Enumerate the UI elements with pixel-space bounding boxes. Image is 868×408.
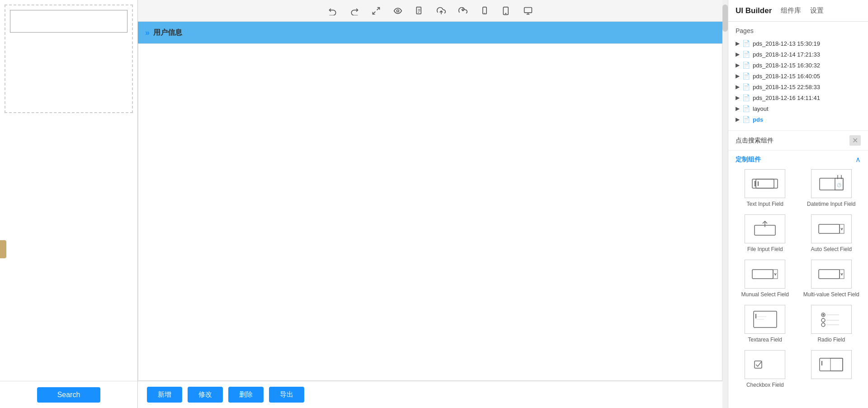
ui-builder-title: UI Builder	[736, 6, 772, 15]
page-file-icon: 📄	[742, 62, 750, 69]
auto-select-field-component[interactable]: Auto Select Field	[802, 214, 861, 252]
page-item-pds[interactable]: ▶ 📄 pds	[736, 114, 861, 125]
page-item-label: pds_2018-12-14 17:21:33	[753, 51, 820, 58]
file-input-icon-box	[745, 214, 785, 243]
page-arrow-icon: ▶	[736, 73, 740, 79]
svg-point-43	[821, 323, 825, 327]
bottom-action-bar: 新增 修改 删除 导出	[138, 381, 722, 408]
tablet-icon[interactable]	[500, 5, 513, 17]
left-panel: Search	[0, 0, 138, 408]
svg-rect-46	[820, 358, 843, 371]
checkbox-field-component[interactable]: Checkbox Field	[736, 350, 795, 388]
search-components-bar[interactable]: 点击搜索组件 ✕	[728, 131, 868, 151]
center-scrollbar[interactable]	[722, 0, 728, 408]
svg-rect-13	[524, 7, 532, 13]
textarea-icon-box	[745, 305, 785, 334]
canvas-area[interactable]	[138, 43, 722, 381]
page-arrow-icon: ▶	[736, 62, 740, 68]
close-search-button[interactable]: ✕	[849, 135, 861, 146]
checkbox-label: Checkbox Field	[746, 382, 784, 388]
page-file-icon: 📄	[742, 40, 750, 47]
svg-rect-32	[819, 270, 840, 279]
unknown-icon-box	[811, 350, 852, 379]
document-icon[interactable]	[413, 5, 426, 17]
svg-rect-19	[756, 179, 774, 188]
datetime-label: Datetime Input Field	[807, 201, 855, 207]
manual-select-field-component[interactable]: Munual Select Field	[736, 260, 795, 298]
page-item[interactable]: ▶ 📄 pds_2018-12-15 22:58:33	[736, 81, 861, 92]
page-item[interactable]: ▶ 📄 pds_2018-12-15 16:30:32	[736, 60, 861, 71]
manual-select-label: Munual Select Field	[741, 291, 789, 298]
page-arrow-icon: ▶	[736, 105, 740, 112]
page-arrow-icon: ▶	[736, 40, 740, 47]
svg-point-41	[821, 318, 825, 322]
svg-rect-31	[773, 270, 778, 279]
svg-line-0	[377, 7, 379, 10]
svg-line-1	[373, 11, 375, 14]
multi-value-select-field-component[interactable]: Multi-value Select Field	[802, 260, 861, 298]
left-content-area	[0, 118, 137, 381]
page-file-icon: 📄	[742, 105, 750, 112]
page-file-icon: 📄	[742, 116, 750, 123]
edit-button[interactable]: 修改	[188, 387, 223, 403]
checkbox-icon-box	[745, 350, 785, 379]
page-item[interactable]: ▶ 📄 pds_2018-12-16 14:11:41	[736, 92, 861, 103]
multi-value-select-icon-box	[811, 260, 852, 289]
search-button[interactable]: Search	[37, 387, 100, 403]
text-input-icon-box: I	[745, 169, 785, 198]
toolbar	[138, 0, 722, 22]
textarea-field-component[interactable]: Textarea Field	[736, 305, 795, 343]
datetime-input-field-component[interactable]: 🕐 Datetime Input Field	[802, 169, 861, 207]
text-input-label: Text Input Field	[747, 201, 783, 207]
export-button[interactable]: 导出	[269, 387, 304, 403]
page-item[interactable]: ▶ 📄 pds_2018-12-15 16:40:05	[736, 71, 861, 81]
svg-rect-29	[840, 224, 844, 233]
redo-icon[interactable]	[348, 5, 361, 17]
page-arrow-icon: ▶	[736, 84, 740, 90]
page-arrow-icon: ▶	[736, 116, 740, 123]
radio-field-component[interactable]: Radio Field	[802, 305, 861, 343]
page-header-arrow: »	[145, 28, 150, 38]
search-components-text[interactable]: 点击搜索组件	[736, 137, 774, 145]
page-file-icon: 📄	[742, 94, 750, 101]
custom-components-section: 定制组件 ∧ I Text Input Field	[728, 151, 868, 393]
page-item[interactable]: ▶ 📄 pds_2018-12-14 17:21:33	[736, 49, 861, 60]
datetime-icon-box: 🕐	[811, 169, 852, 198]
mobile-icon[interactable]	[478, 5, 491, 17]
page-item-label: pds_2018-12-15 16:30:32	[753, 62, 820, 69]
undo-icon[interactable]	[326, 5, 339, 17]
auto-select-label: Auto Select Field	[811, 246, 852, 252]
pages-title: Pages	[736, 27, 861, 34]
preview-icon[interactable]	[392, 5, 404, 17]
download-icon[interactable]	[457, 5, 469, 17]
collapse-icon[interactable]: ∧	[855, 155, 861, 164]
delete-button[interactable]: 删除	[228, 387, 264, 403]
file-input-field-component[interactable]: File Input Field	[736, 214, 795, 252]
page-arrow-icon: ▶	[736, 51, 740, 57]
left-filter-box	[10, 10, 127, 33]
unknown-field-component[interactable]	[802, 350, 861, 388]
page-item[interactable]: ▶ 📄 layout	[736, 103, 861, 114]
left-top-section	[5, 5, 133, 113]
page-item-label: layout	[753, 105, 769, 112]
components-library-link[interactable]: 组件库	[781, 6, 801, 15]
add-button[interactable]: 新增	[147, 387, 182, 403]
file-input-label: File Input Field	[747, 246, 783, 252]
left-tab-handle[interactable]	[0, 240, 6, 258]
text-input-field-component[interactable]: I Text Input Field	[736, 169, 795, 207]
upload-icon[interactable]	[435, 5, 448, 17]
page-header: » 用户信息	[138, 22, 722, 43]
manual-select-icon-box	[745, 260, 785, 289]
desktop-icon[interactable]	[522, 5, 534, 17]
page-file-icon: 📄	[742, 83, 750, 90]
page-item-label: pds_2018-12-15 16:40:05	[753, 73, 820, 80]
custom-components-header: 定制组件 ∧	[736, 155, 861, 164]
fullscreen-icon[interactable]	[370, 5, 382, 17]
scrollbar-thumb[interactable]	[722, 5, 728, 32]
page-item[interactable]: ▶ 📄 pds_2018-12-13 15:30:19	[736, 38, 861, 49]
page-item-label: pds_2018-12-15 22:58:33	[753, 84, 820, 90]
svg-rect-48	[830, 358, 843, 371]
left-bottom-bar: Search	[0, 381, 137, 408]
svg-point-2	[396, 9, 399, 12]
settings-link[interactable]: 设置	[810, 6, 824, 15]
